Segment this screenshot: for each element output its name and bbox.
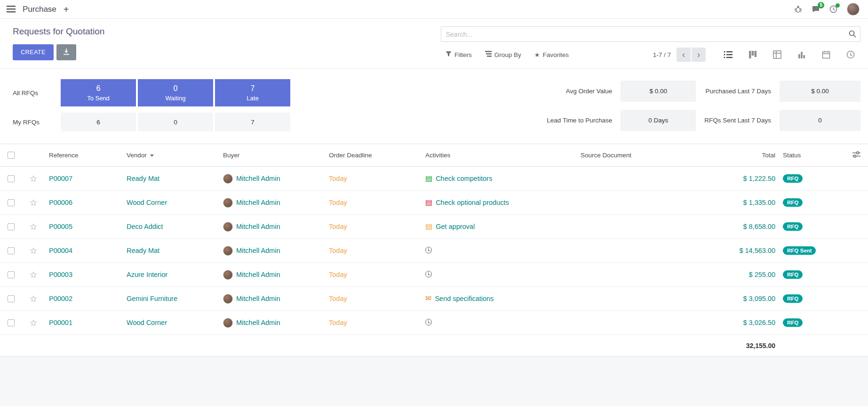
row-vendor[interactable]: Gemini Furniture [127,295,177,302]
toggle-columns-icon[interactable] [852,152,860,159]
stat-purchased-last-7-days[interactable]: $ 0.00 [780,81,860,102]
column-header-status[interactable]: Status [779,144,837,167]
table-row[interactable]: ☆ P00001 Wood Corner Mitchell Admin Toda… [0,311,868,335]
row-activity[interactable] [425,247,435,253]
activity-icon[interactable]: ▤ [425,199,432,206]
pager-next-button[interactable]: › [692,48,706,62]
activity-icon[interactable] [425,247,432,253]
favorite-star-icon[interactable]: ☆ [29,294,37,304]
row-reference[interactable]: P00007 [49,175,72,182]
column-header-buyer[interactable]: Buyer [219,144,325,167]
row-reference[interactable]: P00001 [49,319,72,326]
view-calendar-button[interactable] [816,48,836,62]
group-by-button[interactable]: Group By [485,49,521,60]
row-activity[interactable]: ▤ Check optional products [425,199,509,206]
row-checkbox[interactable] [8,199,15,206]
new-tab-plus-icon[interactable]: + [64,5,69,14]
row-buyer[interactable]: Mitchell Admin [236,319,280,326]
search-input[interactable] [441,26,860,42]
stat-rfqs-sent-last-7-days[interactable]: 0 [780,110,860,131]
activity-icon[interactable] [425,319,432,325]
view-kanban-button[interactable] [742,48,763,62]
row-vendor[interactable]: Wood Corner [127,319,167,326]
export-button[interactable] [56,44,76,60]
card-waiting[interactable]: 0 Waiting [138,79,213,106]
activity-icon[interactable] [425,271,432,277]
row-buyer[interactable]: Mitchell Admin [236,223,280,230]
row-vendor[interactable]: Azure Interior [127,271,167,278]
pager-range[interactable]: 1-7 / 7 [653,51,671,58]
row-checkbox[interactable] [8,175,15,182]
favorite-star-icon[interactable]: ☆ [29,246,37,256]
select-all-checkbox[interactable] [8,152,15,159]
row-buyer[interactable]: Mitchell Admin [236,295,280,302]
apps-menu-icon[interactable] [7,6,16,13]
row-vendor[interactable]: Wood Corner [127,199,167,206]
row-checkbox[interactable] [8,319,15,326]
app-name[interactable]: Purchase [23,5,56,14]
row-buyer[interactable]: Mitchell Admin [236,175,280,182]
favorite-star-icon[interactable]: ☆ [29,270,37,280]
card-to-send[interactable]: 6 To Send [61,79,136,106]
table-row[interactable]: ☆ P00006 Wood Corner Mitchell Admin Toda… [0,191,868,215]
row-activity[interactable]: ✉ Send specifications [425,295,494,302]
table-row[interactable]: ☆ P00005 Deco Addict Mitchell Admin Toda… [0,215,868,239]
view-pivot-button[interactable] [767,48,787,62]
row-vendor[interactable]: Ready Mat [127,175,159,182]
favorite-star-icon[interactable]: ☆ [29,198,37,208]
user-avatar[interactable] [847,3,860,16]
row-reference[interactable]: P00003 [49,271,72,278]
my-rfqs-to-send-box[interactable]: 6 [61,113,136,131]
table-row[interactable]: ☆ P00003 Azure Interior Mitchell Admin T… [0,263,868,287]
my-rfqs-late-box[interactable]: 7 [215,113,290,131]
activities-icon[interactable] [829,5,837,13]
search-icon[interactable] [849,30,856,38]
column-header-total[interactable]: Total [697,144,779,167]
column-header-activities[interactable]: Activities [422,144,577,167]
row-activity[interactable] [425,271,435,277]
table-row[interactable]: ☆ P00002 Gemini Furniture Mitchell Admin… [0,287,868,311]
messages-icon[interactable]: 5 [812,5,820,13]
activity-icon[interactable]: ▤ [425,175,432,182]
view-list-button[interactable] [718,48,738,62]
activity-icon[interactable]: ▤ [425,223,432,230]
stat-avg-order-value[interactable]: $ 0.00 [621,81,696,102]
stat-lead-time[interactable]: 0 Days [621,110,696,131]
column-header-reference[interactable]: Reference [45,144,123,167]
favorites-button[interactable]: ★ Favorites [534,49,569,60]
favorite-star-icon[interactable]: ☆ [29,174,37,184]
card-late[interactable]: 7 Late [215,79,290,106]
row-vendor[interactable]: Ready Mat [127,247,159,254]
view-activity-button[interactable] [840,48,860,62]
favorite-star-icon[interactable]: ☆ [29,318,37,328]
filters-button[interactable]: Filters [446,49,472,60]
my-rfqs-waiting-box[interactable]: 0 [138,113,213,131]
column-header-source-document[interactable]: Source Document [577,144,697,167]
create-button[interactable]: CREATE [13,44,54,60]
row-activity[interactable]: ▤ Check competitors [425,175,492,182]
row-reference[interactable]: P00002 [49,295,72,302]
row-reference[interactable]: P00004 [49,247,72,254]
row-vendor[interactable]: Deco Addict [127,223,163,230]
card-label: Late [247,95,258,102]
row-checkbox[interactable] [8,271,15,278]
row-reference[interactable]: P00006 [49,199,72,206]
activity-icon[interactable]: ✉ [425,295,431,302]
row-reference[interactable]: P00005 [49,223,72,230]
favorite-star-icon[interactable]: ☆ [29,222,37,232]
view-graph-button[interactable] [791,48,812,62]
row-checkbox[interactable] [8,223,15,230]
debug-icon[interactable] [794,5,802,13]
table-row[interactable]: ☆ P00004 Ready Mat Mitchell Admin Today … [0,239,868,263]
table-row[interactable]: ☆ P00007 Ready Mat Mitchell Admin Today … [0,167,868,191]
row-checkbox[interactable] [8,247,15,254]
row-activity[interactable]: ▤ Get approval [425,223,475,230]
row-buyer[interactable]: Mitchell Admin [236,271,280,278]
row-buyer[interactable]: Mitchell Admin [236,247,280,254]
row-checkbox[interactable] [8,295,15,302]
pager-previous-button[interactable]: ‹ [677,48,691,62]
column-header-vendor[interactable]: Vendor [123,144,219,167]
column-header-order-deadline[interactable]: Order Deadline [325,144,422,167]
row-buyer[interactable]: Mitchell Admin [236,199,280,206]
row-activity[interactable] [425,319,435,325]
